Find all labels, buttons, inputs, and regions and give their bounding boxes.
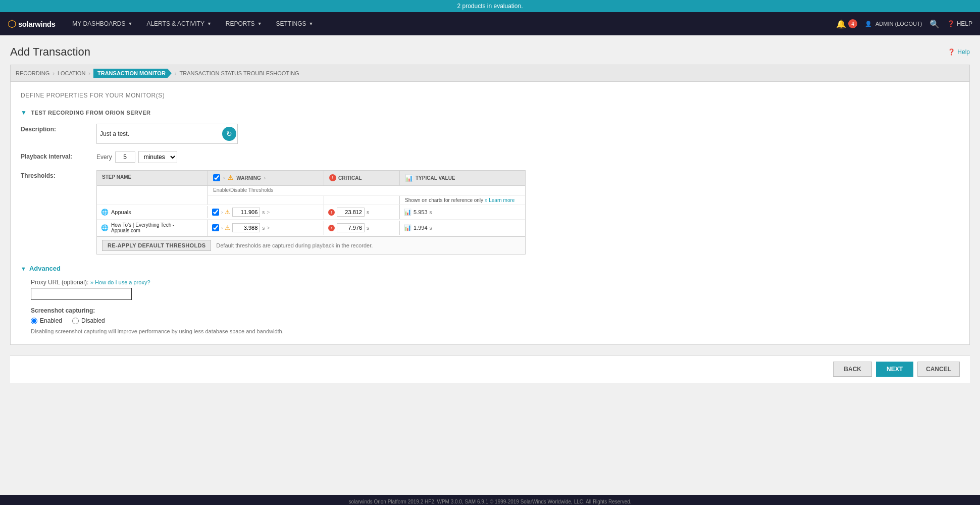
test-recording-section: ▼ TEST RECORDING FROM ORION SERVER Descr…: [21, 109, 959, 255]
next-button[interactable]: NEXT: [876, 362, 913, 377]
typical-note: Shown on charts for reference only: [405, 197, 483, 203]
breadcrumb: RECORDING › LOCATION › TRANSACTION MONIT…: [10, 65, 970, 81]
nav-settings[interactable]: SETTINGS ▼: [269, 12, 321, 35]
page-wrapper: Add Transaction ❓ Help RECORDING › LOCAT…: [0, 35, 980, 495]
critical-unit-1: s: [367, 210, 369, 215]
nav-dashboards[interactable]: MY DASHBOARDS ▼: [65, 12, 139, 35]
enable-disable-row: Enable/Disable Thresholds: [97, 186, 525, 196]
typical-unit-2: s: [430, 225, 432, 231]
critical-cell-1: ! s: [324, 205, 400, 219]
playback-control: Every minutes hours: [96, 151, 959, 163]
warning-checkbox-2[interactable]: [212, 224, 219, 231]
warning-input-2[interactable]: [232, 223, 260, 232]
critical-icon-1: !: [328, 209, 335, 216]
arrow-icon-2: ›: [221, 225, 223, 231]
warning-unit-2: s: [262, 225, 265, 231]
arrow-warning: ›: [223, 175, 225, 181]
description-text: Just a test.: [97, 128, 221, 139]
enable-disable-text: Enable/Disable Thresholds: [213, 187, 273, 193]
description-box: Just a test. ↻: [96, 124, 238, 144]
critical-input-2[interactable]: [337, 223, 365, 232]
help-link-nav[interactable]: ❓ HELP: [947, 20, 972, 27]
advanced-header[interactable]: ▼ Advanced: [21, 265, 959, 272]
thresholds-header: STEP NAME › ⚠ WARNING ›: [97, 171, 525, 186]
threshold-row-1: 🌐 Appuals › ⚠ s >: [97, 205, 525, 220]
every-label: Every: [96, 154, 112, 161]
critical-input-1[interactable]: [337, 208, 365, 217]
col-step-header: STEP NAME: [97, 171, 208, 185]
warning-checkbox-1[interactable]: [212, 209, 219, 216]
bar-icon-2: 📊: [404, 224, 411, 231]
question-circle-icon: ❓: [948, 48, 955, 56]
proxy-input[interactable]: [31, 288, 132, 300]
breadcrumb-location[interactable]: LOCATION: [58, 70, 85, 76]
page-header: Add Transaction ❓ Help: [10, 45, 970, 59]
thresholds-control: STEP NAME › ⚠ WARNING ›: [96, 170, 959, 255]
breadcrumb-sep-3: ›: [175, 70, 177, 76]
warning-enable-checkbox[interactable]: [213, 174, 220, 181]
navbar: ⬡ solarwinds MY DASHBOARDS ▼ ALERTS & AC…: [0, 12, 980, 35]
nav-reports[interactable]: REPORTS ▼: [219, 12, 269, 35]
enabled-radio[interactable]: Enabled: [31, 317, 62, 324]
search-icon[interactable]: 🔍: [930, 19, 940, 29]
notifications[interactable]: 🔔 4: [836, 19, 857, 29]
refresh-button[interactable]: ↻: [222, 127, 236, 141]
disabled-radio-input[interactable]: [72, 318, 79, 324]
warning-cell-1: › ⚠ s >: [208, 205, 324, 219]
critical-unit-2: s: [367, 225, 369, 231]
step-page-icon-1: 🌐: [101, 209, 109, 216]
typical-note-row: Shown on charts for reference only » Lea…: [97, 196, 525, 205]
collapse-icon[interactable]: ▼: [21, 109, 27, 116]
advanced-collapse-icon: ▼: [21, 266, 26, 272]
breadcrumb-troubleshooting[interactable]: TRANSACTION STATUS TROUBLESHOOTING: [180, 70, 299, 76]
warning-col-arrow: ›: [264, 175, 266, 181]
warning-input-1[interactable]: [232, 208, 260, 217]
step-page-icon-2: 🌐: [101, 224, 109, 231]
breadcrumb-transaction-monitor[interactable]: TRANSACTION MONITOR: [93, 69, 172, 78]
description-control: Just a test. ↻: [96, 124, 959, 144]
interval-input[interactable]: [115, 152, 135, 163]
col-typical-header: 📊 TYPICAL VALUE: [400, 171, 525, 185]
thresholds-row: Thresholds: STEP NAME › ⚠ WARNING: [21, 170, 959, 255]
warning-gt-1: >: [267, 210, 270, 215]
screenshot-note: Disabling screenshot capturing will impr…: [31, 328, 959, 334]
section-title: TEST RECORDING FROM ORION SERVER: [31, 110, 150, 116]
disabled-radio[interactable]: Disabled: [72, 317, 105, 324]
thresholds-table: STEP NAME › ⚠ WARNING ›: [96, 170, 526, 255]
description-row: Description: Just a test. ↻: [21, 124, 959, 144]
playback-row: Playback interval: Every minutes hours: [21, 151, 959, 163]
user-icon: 👤: [865, 21, 872, 27]
threshold-row-2: 🌐 How To's | Everything Tech - Appuals.c…: [97, 220, 525, 236]
interval-select[interactable]: minutes hours: [138, 151, 177, 163]
description-label: Description:: [21, 124, 96, 133]
nav-alerts[interactable]: ALERTS & ACTIVITY ▼: [139, 12, 218, 35]
form-panel: DEFINE PROPERTIES FOR YOUR MONITOR(S) ▼ …: [10, 81, 970, 345]
nav-items: MY DASHBOARDS ▼ ALERTS & ACTIVITY ▼ REPO…: [65, 12, 836, 35]
learn-more-link[interactable]: » Learn more: [485, 197, 514, 203]
typical-value-2: 1.994: [414, 225, 428, 231]
proxy-link[interactable]: » How do I use a proxy?: [90, 279, 150, 285]
warning-cell-2: › ⚠ s >: [208, 221, 324, 235]
breadcrumb-sep-2: ›: [88, 70, 90, 76]
chevron-down-icon: ▼: [257, 21, 262, 26]
help-link[interactable]: ❓ Help: [948, 48, 970, 56]
screenshot-radio-row: Enabled Disabled: [31, 317, 959, 324]
nav-right: 🔔 4 👤 ADMIN (LOGOUT) 🔍 ❓ HELP: [836, 19, 972, 29]
top-banner: 2 products in evaluation.: [0, 0, 980, 12]
warning-unit-1: s: [262, 210, 265, 215]
advanced-section: ▼ Advanced Proxy URL (optional): » How d…: [21, 265, 959, 334]
screenshot-section: Screenshot capturing: Enabled Disabled D…: [31, 307, 959, 334]
bar-icon-1: 📊: [404, 209, 411, 216]
interval-row: Every minutes hours: [96, 151, 959, 163]
breadcrumb-recording[interactable]: RECORDING: [16, 70, 49, 76]
re-apply-button[interactable]: RE-APPLY DEFAULT THRESHOLDS: [102, 240, 211, 251]
brand-text: solarwinds: [18, 20, 55, 28]
user-menu[interactable]: 👤 ADMIN (LOGOUT): [865, 21, 922, 27]
page-title: Add Transaction: [10, 45, 90, 59]
back-button[interactable]: BACK: [833, 362, 872, 377]
proxy-label: Proxy URL (optional):: [31, 279, 88, 286]
screenshot-label: Screenshot capturing:: [31, 307, 959, 314]
cancel-button[interactable]: CANCEL: [917, 362, 960, 377]
enabled-radio-input[interactable]: [31, 318, 37, 324]
warning-triangle-icon: ⚠: [228, 174, 233, 181]
